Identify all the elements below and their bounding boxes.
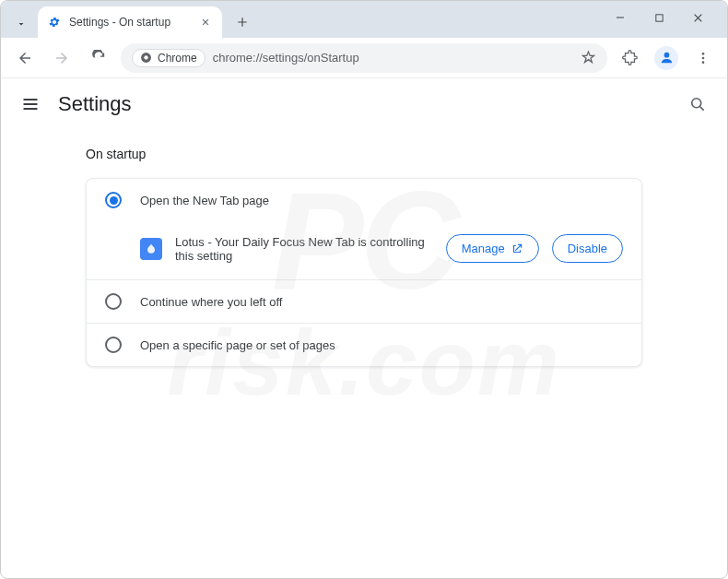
disable-button[interactable]: Disable — [552, 234, 623, 263]
disable-label: Disable — [568, 242, 607, 255]
window-controls — [607, 5, 720, 38]
arrow-left-icon — [17, 50, 33, 66]
notice-text: Lotus - Your Daily Focus New Tab is cont… — [175, 235, 433, 263]
gear-icon — [47, 15, 62, 30]
puzzle-icon — [622, 50, 638, 65]
reload-icon — [91, 50, 107, 65]
maximize-icon — [654, 13, 664, 23]
tab-search-dropdown[interactable] — [8, 10, 34, 38]
option-label: Open the New Tab page — [140, 194, 269, 207]
settings-menu-button[interactable] — [19, 93, 41, 115]
maximize-button[interactable] — [646, 5, 672, 30]
site-chip-label: Chrome — [158, 52, 197, 65]
window-titlebar: Settings - On startup — [1, 1, 727, 38]
hamburger-icon — [21, 95, 40, 113]
svg-point-4 — [702, 53, 705, 55]
option-label: Continue where you left off — [140, 295, 282, 309]
profile-button[interactable] — [652, 43, 681, 73]
chrome-logo-icon — [140, 52, 152, 64]
startup-options-card: Open the New Tab page Lotus - Your Daily… — [86, 178, 642, 367]
manage-button[interactable]: Manage — [446, 234, 539, 263]
radio-button[interactable] — [105, 337, 122, 353]
radio-button[interactable] — [105, 293, 122, 310]
chevron-down-icon — [16, 18, 27, 30]
browser-toolbar: Chrome chrome://settings/onStartup — [1, 38, 727, 78]
avatar — [654, 46, 678, 70]
tab-close-button[interactable] — [198, 15, 213, 30]
startup-option-new-tab[interactable]: Open the New Tab page — [87, 179, 641, 221]
extensions-button[interactable] — [615, 43, 644, 73]
new-tab-button[interactable] — [229, 9, 255, 35]
address-bar[interactable]: Chrome chrome://settings/onStartup — [121, 43, 607, 73]
browser-tab[interactable]: Settings - On startup — [38, 6, 222, 38]
url-text: chrome://settings/onStartup — [213, 51, 359, 65]
svg-point-2 — [144, 55, 147, 59]
lotus-icon — [144, 242, 159, 256]
svg-rect-0 — [655, 14, 662, 20]
back-button[interactable] — [10, 43, 40, 73]
minimize-button[interactable] — [607, 5, 633, 30]
svg-point-6 — [702, 61, 705, 64]
forward-button[interactable] — [47, 43, 76, 73]
open-external-icon — [511, 242, 523, 255]
page-title: Settings — [58, 92, 132, 116]
site-chip[interactable]: Chrome — [132, 49, 205, 67]
radio-button[interactable] — [105, 192, 122, 208]
settings-header: Settings — [1, 78, 727, 130]
bookmark-button[interactable] — [581, 50, 596, 65]
close-icon — [201, 18, 210, 27]
manage-label: Manage — [462, 242, 505, 255]
extension-icon — [140, 238, 162, 260]
extension-notice: Lotus - Your Daily Focus New Tab is cont… — [87, 221, 641, 279]
arrow-right-icon — [53, 50, 70, 66]
dots-vertical-icon — [696, 51, 710, 65]
option-label: Open a specific page or set of pages — [140, 338, 335, 352]
settings-content: On startup Open the New Tab page Lotus -… — [1, 147, 727, 367]
svg-point-5 — [702, 56, 705, 59]
person-icon — [659, 50, 675, 65]
svg-point-7 — [692, 99, 701, 108]
startup-option-continue[interactable]: Continue where you left off — [87, 280, 641, 323]
settings-search-button[interactable] — [687, 93, 709, 115]
reload-button[interactable] — [84, 43, 113, 73]
svg-point-3 — [663, 53, 669, 58]
startup-option-specific-pages[interactable]: Open a specific page or set of pages — [87, 324, 641, 366]
star-icon — [581, 50, 596, 65]
close-icon — [692, 12, 704, 24]
tab-title: Settings - On startup — [69, 16, 191, 29]
section-title: On startup — [86, 147, 642, 161]
plus-icon — [236, 16, 249, 29]
search-icon — [688, 95, 707, 113]
close-window-button[interactable] — [685, 5, 710, 30]
menu-button[interactable] — [688, 43, 718, 73]
minimize-icon — [615, 12, 626, 23]
